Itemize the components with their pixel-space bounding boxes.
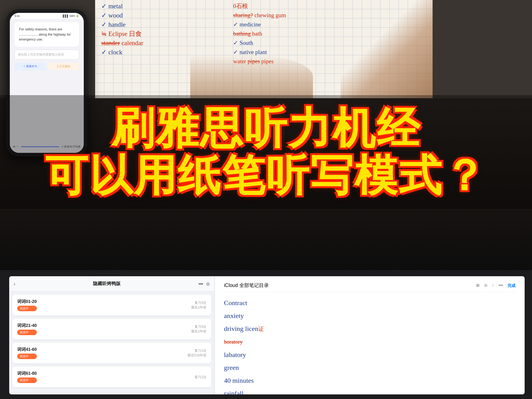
- list-item[interactable]: 词词41-60 挑战中 复习1次 最近516年前: [12, 343, 211, 363]
- list-item-last: 最近1年前: [191, 329, 206, 334]
- list-item-meta: 复习5次 最近1年前: [191, 324, 206, 334]
- phone-input-placeholder: 请在组上写出空格内需要填入的词: [18, 53, 64, 56]
- hand-overlay-right: [341, 0, 433, 98]
- list-item[interactable]: 词词21-40 挑战中 复习5次 最近1年前: [12, 319, 211, 339]
- tablet-left-title: 隐藏听烤鸭版: [93, 281, 121, 287]
- phone-input-field[interactable]: 请在组上写出空格内需要填入的词: [14, 50, 79, 60]
- phone-signal: ▌▌▌ WiFi 🔋: [63, 14, 79, 17]
- phone-sentence-text: For safety reasons, there are ..........…: [19, 27, 71, 41]
- tablet-word-item: driving licen证: [224, 323, 515, 335]
- phone-playing-label: || 正在播放: [57, 65, 70, 68]
- tablet-header-actions: ••• ⊙: [199, 281, 210, 286]
- list-item-meta: 复习1次 最近516年前: [187, 348, 206, 358]
- tablet-target-icon[interactable]: ⊙: [206, 281, 210, 286]
- tablet-right-title: iCloud 全部笔记目录: [224, 282, 269, 289]
- notebook-word-1: ✓ metal: [101, 2, 209, 11]
- list-item-review: 复习1次: [195, 375, 206, 379]
- phone-time: 9:41: [14, 14, 20, 17]
- tablet-right-header: iCloud 全部笔记目录 ⊞ ⊙ ↑ ••• 完成: [224, 282, 515, 292]
- list-item[interactable]: 词词01-20 挑战中 复习5次 最近1年前: [12, 295, 211, 316]
- list-item-content: 词词01-20 挑战中: [17, 299, 37, 311]
- hand-overlay-bottom: [190, 55, 313, 98]
- tablet-more-btn[interactable]: •••: [499, 283, 503, 289]
- list-item-meta: 复习1次: [195, 375, 206, 379]
- phone-button-row: ◁ 重播本句 || 正在播放: [14, 63, 79, 70]
- list-item-review: 复习1次: [187, 348, 206, 353]
- tablet-left-header: ‹ 隐藏听烤鸭版 ••• ⊙: [9, 276, 214, 292]
- notebook-paper: ✓ metal ✓ wood ✓ handle ≒ Eclipse 日食 sta…: [95, 0, 433, 98]
- tablet-screen: ‹ 隐藏听烤鸭版 ••• ⊙ 词词01-20 挑战中 复习5次 最近1年前: [9, 276, 525, 394]
- tablet-word-item: green: [224, 362, 515, 374]
- tablet-list: 词词01-20 挑战中 复习5次 最近1年前 词词21-40 挑战中 复习5次: [9, 292, 214, 394]
- title-line-1: 刷雅思听力机经: [111, 105, 421, 152]
- tablet-more-icon[interactable]: •••: [199, 281, 203, 286]
- list-item-meta: 复习5次 最近1年前: [191, 300, 206, 310]
- tablet-device: ‹ 隐藏听烤鸭版 ••• ⊙ 词词01-20 挑战中 复习5次 最近1年前: [0, 270, 532, 399]
- tablet-word-item: 40 minutes: [224, 374, 515, 387]
- tablet-word-item: labatory: [224, 349, 515, 361]
- tablet-share-icon[interactable]: ↑: [492, 283, 494, 289]
- title-overlay: 刷雅思听力机经 可以用纸笔听写模式？: [0, 95, 532, 209]
- list-item-last: 最近1年前: [191, 305, 206, 310]
- title-line-2: 可以用纸笔听写模式？: [45, 152, 487, 199]
- tablet-word-item: rainfall: [224, 387, 515, 394]
- tablet-left-panel: ‹ 隐藏听烤鸭版 ••• ⊙ 词词01-20 挑战中 复习5次 最近1年前: [9, 276, 215, 394]
- tablet-done-button[interactable]: 完成: [507, 283, 515, 289]
- tablet-word-item: boratory: [224, 336, 515, 348]
- list-item-content: 词词41-60 挑战中: [17, 347, 37, 359]
- list-item-review: 复习5次: [191, 300, 206, 305]
- tablet-word-item: anxiety: [224, 310, 515, 322]
- notebook-word-4: ≒ Eclipse 日食: [101, 29, 209, 38]
- list-item[interactable]: 词词61-80 挑战中 复习1次: [12, 366, 211, 387]
- phone-status-bar: 9:41 ▌▌▌ WiFi 🔋: [10, 13, 84, 19]
- tablet-word-item: Contract: [224, 297, 515, 309]
- tablet-sort-icon[interactable]: ⊞: [476, 283, 480, 289]
- notebook-word-3: ✓ handle: [101, 20, 209, 29]
- list-item-content: 词词21-40 挑战中: [17, 323, 37, 335]
- notebook-word-5: stander calendar: [101, 38, 209, 48]
- phone-playing-button[interactable]: || 正在播放: [48, 63, 79, 70]
- tablet-right-panel: iCloud 全部笔记目录 ⊞ ⊙ ↑ ••• 完成 Contract anxi…: [215, 276, 525, 394]
- list-item-content: 词词61-80 挑战中: [17, 371, 37, 383]
- list-item-badge: 挑战中: [17, 378, 37, 383]
- list-item-review: 复习5次: [191, 324, 206, 329]
- phone-sentence-card: For safety reasons, there are ..........…: [14, 22, 79, 47]
- tablet-words-list: Contract anxiety driving licen证 boratory…: [224, 297, 515, 394]
- phone-replay-button[interactable]: ◁ 重播本句: [14, 63, 46, 70]
- list-item-badge: 挑战中: [17, 354, 37, 359]
- tablet-back-button[interactable]: ‹: [14, 281, 15, 286]
- list-item-badge: 挑战中: [17, 330, 37, 335]
- list-item-title: 词词41-60: [17, 347, 37, 352]
- list-item-title: 词词61-80: [17, 371, 37, 376]
- tablet-right-actions: ⊞ ⊙ ↑ ••• 完成: [476, 283, 515, 289]
- list-item-last: 最近516年前: [187, 353, 206, 358]
- tablet-search-icon[interactable]: ⊙: [484, 283, 488, 289]
- phone-replay-label: ◁ 重播本句: [23, 65, 37, 68]
- list-item-title: 词词01-20: [17, 299, 37, 304]
- list-item-title: 词词21-40: [17, 323, 37, 328]
- list-item-badge: 挑战中: [17, 306, 37, 311]
- notebook-word-2: ✓ wood: [101, 11, 209, 20]
